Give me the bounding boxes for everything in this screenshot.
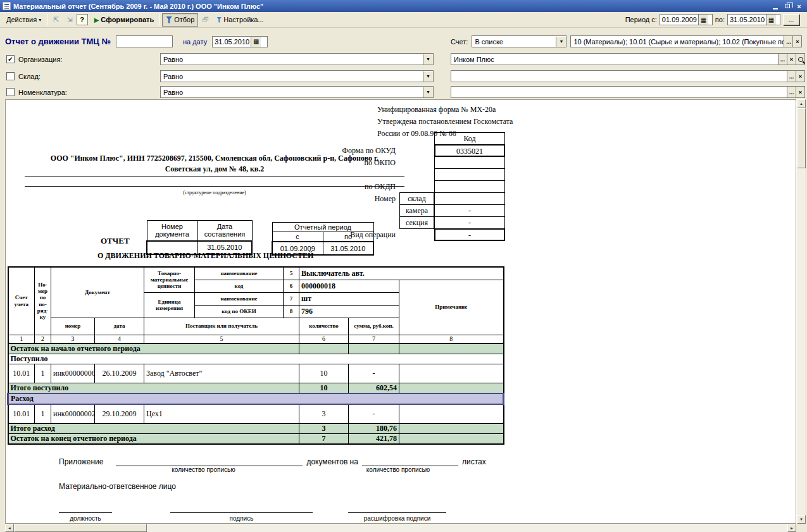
- org-condition-combo[interactable]: Равно ▼: [160, 53, 434, 65]
- expense-total-qty: 3: [299, 423, 349, 433]
- period-to-cell: 31.05.2010: [323, 242, 373, 255]
- warehouse-filter-label: Склад:: [18, 73, 160, 80]
- okpo-value: [434, 156, 505, 169]
- income-section-row[interactable]: Поступило: [8, 354, 504, 364]
- income-total-qty: 10: [299, 383, 349, 394]
- vid-operacii-value: -: [434, 228, 505, 241]
- help-button[interactable]: ?: [77, 14, 88, 25]
- period-more-button[interactable]: ...: [783, 14, 799, 25]
- scroll-track[interactable]: [147, 524, 787, 532]
- cell-note: [399, 404, 504, 423]
- settings-label: Настройка...: [223, 16, 263, 23]
- sheets-icon: 🗗: [202, 16, 209, 23]
- doc-number-header: Номер документа: [147, 221, 197, 241]
- account-mode-combo[interactable]: В списке ▼: [472, 35, 566, 47]
- opening-balance-row[interactable]: Остаток на начало отчетного периода: [8, 343, 504, 354]
- arrow-down-icon: ▼: [799, 517, 803, 521]
- closing-balance-row[interactable]: Остаток на конец отчетного периода 7 421…: [8, 433, 504, 444]
- org-value-field[interactable]: Инком Плюс: [451, 53, 779, 65]
- signature-caption: подпись: [170, 515, 313, 522]
- income-data-row[interactable]: 10.01 1 инк00000006 26.10.2009 Завод "Ав…: [8, 364, 504, 383]
- actions-menu-button[interactable]: Действия ▾: [3, 13, 45, 27]
- vertical-scroll-thumb[interactable]: [797, 108, 806, 168]
- copy-settings-button[interactable]: 🗗: [198, 13, 213, 27]
- income-total-row[interactable]: Итого поступило 10 602,54: [8, 383, 504, 394]
- restore-values-button[interactable]: ⇱: [49, 13, 63, 27]
- settings-button[interactable]: Настройка...: [213, 13, 267, 27]
- nomenclature-checkbox[interactable]: [6, 88, 15, 96]
- account-pick-button[interactable]: ...: [784, 35, 793, 47]
- close-button[interactable]: ×: [794, 1, 804, 11]
- toolbar: Действия ▾ ⇱ ⇲ ? ▶ Сформировать Отбор 🗗 …: [0, 12, 807, 28]
- chevron-down-icon[interactable]: ▼: [423, 54, 433, 65]
- scroll-right-button[interactable]: ►: [787, 524, 796, 532]
- account-label: Счет:: [451, 38, 468, 46]
- nomenclature-condition-combo[interactable]: Равно ▼: [160, 86, 434, 98]
- position-caption: должность: [59, 515, 112, 522]
- income-total-label: Итого поступило: [8, 383, 299, 394]
- nomenclature-pick-button[interactable]: ...: [787, 86, 796, 98]
- account-clear-button[interactable]: ×: [793, 35, 802, 47]
- actions-label: Действия: [6, 16, 37, 23]
- save-values-icon: ⇲: [66, 16, 72, 24]
- cell-doc-number: инк00000006: [51, 364, 95, 383]
- closing-balance-note: [399, 433, 504, 444]
- period-to-field[interactable]: 31.05.2010 ▦: [727, 14, 780, 25]
- org-clear-button[interactable]: ×: [787, 53, 796, 65]
- org-pick-button[interactable]: ...: [779, 53, 787, 65]
- scroll-up-button[interactable]: ▲: [797, 99, 806, 108]
- funnel-icon: [166, 16, 172, 23]
- warehouse-pick-button[interactable]: ...: [787, 70, 796, 82]
- col-num: 7: [349, 335, 399, 343]
- horizontal-scroll-thumb[interactable]: [14, 524, 147, 532]
- subcol-partner-header: Поставщик или получатель: [144, 318, 299, 335]
- warehouse-condition-value: Равно: [163, 73, 183, 80]
- sekciya-value: -: [434, 216, 505, 229]
- report-date-field[interactable]: 31.05.2010 ▦: [212, 36, 268, 47]
- on-date-label: на дату: [183, 38, 207, 46]
- minimize-button[interactable]: [770, 1, 780, 11]
- report-number-input[interactable]: [116, 35, 173, 47]
- scroll-down-button[interactable]: ▼: [797, 515, 806, 524]
- magnifier-icon: [798, 57, 803, 62]
- account-value-field[interactable]: 10 (Материалы); 10.01 (Сырье и материалы…: [570, 35, 784, 47]
- vertical-scrollbar[interactable]: ▲ ▼: [796, 99, 805, 524]
- income-section-label: Поступило: [8, 354, 504, 364]
- expense-total-row[interactable]: Итого расход 3 180,76: [8, 423, 504, 433]
- scroll-left-button[interactable]: ◄: [5, 524, 14, 532]
- opening-balance-qty: [299, 343, 349, 354]
- restore-button[interactable]: [782, 1, 792, 11]
- warehouse-condition-combo[interactable]: Равно ▼: [160, 70, 434, 82]
- subdivision-caption: (структурное подразделение): [25, 187, 404, 198]
- filter-toggle-button[interactable]: Отбор: [162, 13, 198, 27]
- calendar-icon[interactable]: ▦: [698, 15, 708, 25]
- cell-doc-number: инк00000002: [51, 404, 95, 423]
- org-checkbox[interactable]: ✔: [6, 55, 15, 63]
- period-from-label: Период с:: [625, 16, 657, 23]
- calendar-icon[interactable]: ▦: [766, 15, 776, 25]
- report-title: Отчет о движении ТМЦ №: [5, 37, 111, 46]
- generate-button[interactable]: ▶ Сформировать: [91, 13, 158, 27]
- warehouse-value-field[interactable]: [451, 70, 787, 82]
- filter-panel: Отчет о движении ТМЦ № на дату 31.05.201…: [0, 28, 807, 99]
- unit-name-num: 7: [284, 292, 299, 305]
- unit-name-value: шт: [299, 292, 399, 305]
- save-values-button[interactable]: ⇲: [63, 13, 76, 27]
- warehouse-checkbox[interactable]: [6, 72, 15, 80]
- play-icon: ▶: [94, 16, 99, 23]
- expense-data-row[interactable]: 10.01 1 инк00000002 29.10.2009 Цех1 3 -: [8, 404, 504, 423]
- nomenclature-clear-button[interactable]: ×: [796, 86, 805, 98]
- chevron-down-icon[interactable]: ▼: [423, 71, 433, 82]
- chevron-down-icon[interactable]: ▼: [423, 87, 433, 97]
- cell-sum: -: [349, 404, 399, 423]
- period-from-field[interactable]: 01.09.2009 ▦: [660, 14, 713, 25]
- horizontal-scrollbar[interactable]: ◄ ►: [5, 524, 796, 532]
- chevron-down-icon[interactable]: ▼: [556, 37, 566, 47]
- expense-section-row-selected[interactable]: Расход: [8, 393, 504, 404]
- organization-block: ООО "Инком Плюс", ИНН 7725208697, 215500…: [25, 153, 404, 198]
- docs-on-label: документов на: [306, 457, 358, 466]
- nomenclature-value-field[interactable]: [451, 86, 787, 98]
- warehouse-clear-button[interactable]: ×: [796, 70, 805, 82]
- calendar-icon[interactable]: ▦: [251, 37, 261, 47]
- org-open-button[interactable]: [796, 53, 805, 65]
